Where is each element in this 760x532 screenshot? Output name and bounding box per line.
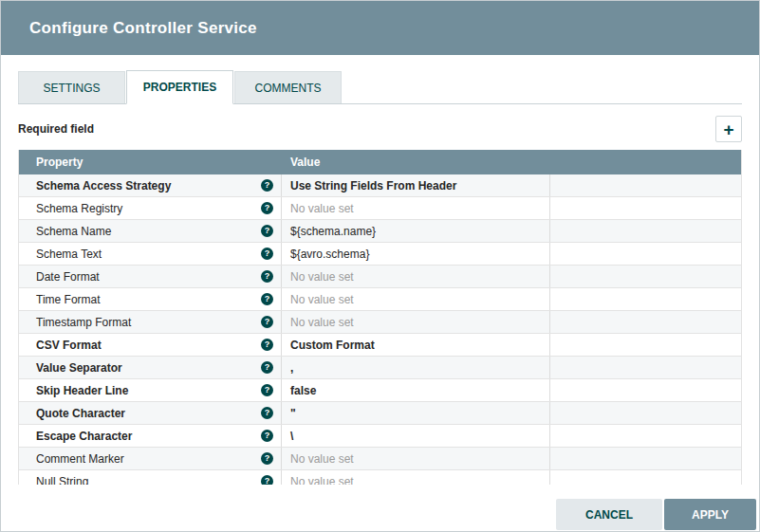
value-cell[interactable]: No value set	[282, 288, 550, 310]
empty-cell	[550, 197, 741, 219]
table-row: CSV Format ? Custom Format	[19, 334, 741, 357]
help-icon[interactable]: ?	[261, 475, 273, 485]
tab-settings[interactable]: SETTINGS	[18, 71, 125, 103]
property-cell: Schema Registry ?	[19, 197, 282, 219]
value-cell[interactable]: Use String Fields From Header	[282, 174, 550, 196]
property-cell: Quote Character ?	[19, 402, 282, 424]
property-name: Value Separator	[36, 361, 122, 375]
help-icon[interactable]: ?	[261, 248, 273, 260]
table-row: Date Format ? No value set	[19, 266, 741, 288]
help-icon[interactable]: ?	[261, 270, 273, 283]
tab-properties[interactable]: PROPERTIES	[126, 70, 233, 104]
property-name: Schema Name	[36, 225, 111, 238]
empty-cell	[550, 174, 741, 196]
value-cell[interactable]: "	[282, 402, 550, 424]
value-cell[interactable]: No value set	[282, 266, 550, 287]
empty-cell	[550, 425, 741, 447]
table-row: Value Separator ? ,	[19, 357, 741, 379]
value-cell[interactable]: ,	[282, 357, 550, 378]
table-row: Escape Character ? \	[19, 425, 741, 448]
help-icon[interactable]: ?	[261, 452, 273, 465]
help-icon[interactable]: ?	[261, 339, 273, 351]
property-cell: Schema Name ?	[19, 220, 282, 242]
configure-controller-service-dialog: Configure Controller Service SETTINGS PR…	[0, 0, 760, 532]
property-cell: Comment Marker ?	[19, 448, 282, 469]
cancel-button[interactable]: CANCEL	[556, 499, 662, 530]
empty-cell	[550, 379, 741, 401]
property-name: Schema Access Strategy	[36, 179, 171, 193]
property-name: Null String	[36, 475, 88, 486]
help-icon[interactable]: ?	[261, 316, 273, 328]
property-name: Quote Character	[36, 407, 125, 420]
value-cell[interactable]: No value set	[282, 197, 550, 219]
dialog-body: SETTINGS PROPERTIES COMMENTS Required fi…	[1, 70, 759, 485]
required-field-label: Required field	[18, 122, 94, 136]
property-name: Comment Marker	[36, 452, 124, 466]
value-cell[interactable]: Custom Format	[282, 334, 550, 356]
column-header-value-label: Value	[290, 156, 320, 169]
table-row: Skip Header Line ? false	[19, 379, 741, 402]
table-row: Timestamp Format ? No value set	[19, 311, 741, 334]
empty-cell	[550, 311, 741, 333]
property-name: Escape Character	[36, 430, 132, 443]
dialog-header: Configure Controller Service	[1, 1, 759, 55]
value-cell[interactable]: false	[282, 379, 550, 401]
dialog-title: Configure Controller Service	[29, 19, 257, 38]
property-cell: Timestamp Format ?	[19, 311, 282, 333]
apply-button[interactable]: APPLY	[664, 499, 756, 530]
property-name: Schema Text	[36, 248, 102, 261]
table-row: Comment Marker ? No value set	[19, 448, 741, 470]
value-cell[interactable]: ${schema.name}	[282, 220, 550, 242]
value-cell[interactable]: No value set	[282, 448, 550, 469]
property-cell: Schema Text ?	[19, 243, 282, 265]
property-name: Time Format	[36, 293, 101, 306]
dialog-footer: CANCEL APPLY	[556, 499, 756, 530]
property-cell: Skip Header Line ?	[19, 379, 282, 401]
property-cell: Value Separator ?	[19, 357, 282, 378]
empty-cell	[550, 402, 741, 424]
table-row: Null String ? No value set	[19, 470, 741, 485]
properties-table: Property Value Schema Access Strategy ? …	[18, 150, 742, 485]
empty-cell	[550, 357, 741, 378]
table-row: Quote Character ? "	[19, 402, 741, 425]
property-cell: Null String ?	[19, 470, 282, 485]
table-row: Schema Text ? ${avro.schema}	[19, 243, 741, 266]
empty-cell	[550, 470, 741, 485]
table-row: Schema Name ? ${schema.name}	[19, 220, 741, 243]
table-row: Schema Access Strategy ? Use String Fiel…	[19, 174, 741, 197]
help-icon[interactable]: ?	[261, 225, 273, 237]
empty-cell	[550, 266, 741, 287]
add-property-button[interactable]: +	[715, 116, 742, 142]
empty-cell	[550, 220, 741, 242]
help-icon[interactable]: ?	[261, 202, 273, 214]
property-cell: CSV Format ?	[19, 334, 282, 356]
property-cell: Schema Access Strategy ?	[19, 174, 282, 196]
value-cell[interactable]: No value set	[282, 470, 550, 485]
value-cell[interactable]: ${avro.schema}	[282, 243, 550, 265]
property-name: CSV Format	[36, 339, 102, 352]
property-cell: Escape Character ?	[19, 425, 282, 447]
table-row: Schema Registry ? No value set	[19, 197, 741, 220]
help-icon[interactable]: ?	[261, 384, 273, 396]
help-icon[interactable]: ?	[261, 430, 273, 442]
property-name: Date Format	[36, 270, 100, 284]
help-icon[interactable]: ?	[261, 361, 273, 374]
empty-cell	[550, 288, 741, 310]
help-icon[interactable]: ?	[261, 179, 273, 192]
property-name: Schema Registry	[36, 202, 122, 215]
column-header-property: Property	[19, 156, 282, 169]
column-header-property-label: Property	[36, 156, 83, 169]
property-name: Skip Header Line	[36, 384, 128, 397]
help-icon[interactable]: ?	[261, 407, 273, 419]
empty-cell	[550, 243, 741, 265]
help-icon[interactable]: ?	[261, 293, 273, 305]
table-header-row: Property Value	[19, 150, 741, 174]
value-cell[interactable]: \	[282, 425, 550, 447]
tab-comments[interactable]: COMMENTS	[234, 71, 342, 103]
property-name: Timestamp Format	[36, 316, 131, 329]
table-toolbar: Required field +	[18, 116, 742, 142]
tab-bar: SETTINGS PROPERTIES COMMENTS	[18, 70, 742, 104]
property-cell: Date Format ?	[19, 266, 282, 287]
value-cell[interactable]: No value set	[282, 311, 550, 333]
empty-cell	[550, 448, 741, 469]
